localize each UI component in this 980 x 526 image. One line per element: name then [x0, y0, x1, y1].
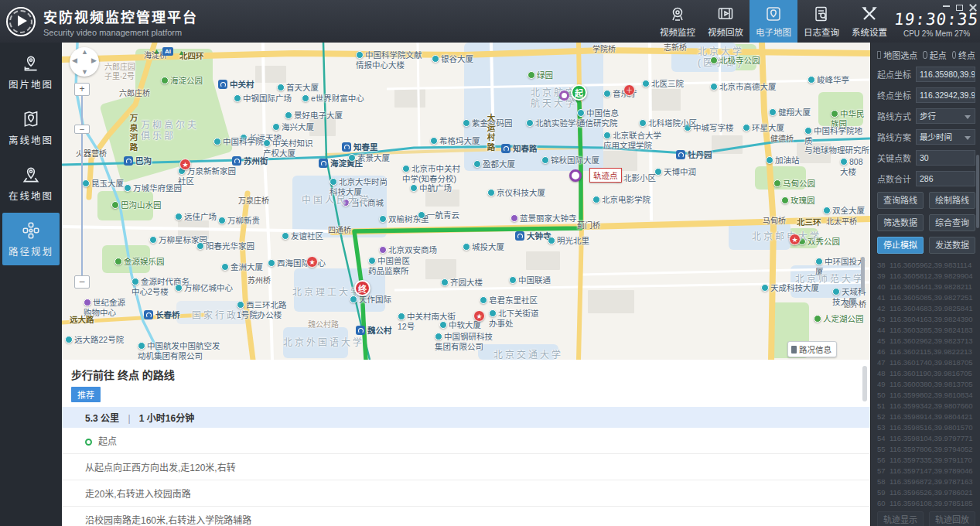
panel-scrollbar-thumb[interactable]	[861, 257, 865, 292]
map-label: 北京电影学院	[592, 195, 650, 205]
nav-item-视频回放[interactable]: 视频回放	[702, 0, 750, 43]
button-绘制路线[interactable]: 绘制路线	[929, 192, 975, 209]
zoom-out-button[interactable]: –	[74, 275, 90, 289]
offline-map-icon	[21, 109, 41, 129]
field-label: 路线方案	[877, 131, 916, 143]
coord-row[interactable]: 42116.3604683,39.9825841	[877, 303, 975, 314]
poi-icon	[368, 257, 376, 265]
coord-row[interactable]: 38116.3605962,39.9831114	[877, 260, 975, 271]
coord-row[interactable]: 47116.3601740,39.9818705	[877, 357, 975, 368]
traffic-light-icon	[791, 346, 797, 354]
map-label: 天博中润	[654, 167, 696, 177]
nav-item-label: 视频回放	[708, 26, 743, 38]
route-step-row[interactable]: 起点	[62, 428, 870, 453]
coordinate-list[interactable]: 38116.3605962,39.983111439116.3605812,39…	[877, 260, 975, 509]
field-input[interactable]: 286	[916, 171, 975, 186]
footer-button-轨迹回放[interactable]: 轨迹回放	[929, 511, 975, 526]
sidebar-item-图片地图[interactable]: 图片地图	[0, 46, 62, 98]
field-input[interactable]: 116.35980,39.98693	[916, 67, 975, 82]
route-panel-scrollbar[interactable]	[862, 366, 867, 401]
traffic-info-button[interactable]: 路况信息	[787, 341, 837, 357]
field-row-起点坐标: 起点坐标116.35980,39.98693	[877, 67, 975, 82]
zoom-in-button[interactable]: +	[74, 83, 90, 96]
route-step-row[interactable]: 从起点向正西方向出发,走120米,右转	[62, 453, 870, 480]
coord-index: 55	[877, 444, 890, 455]
route-step-row[interactable]: 走20米,右转进入校园南路	[62, 480, 870, 506]
map-pick-checkbox[interactable]	[877, 51, 881, 59]
coord-row[interactable]: 60116.3596108,39.9785185	[877, 498, 975, 509]
coord-row[interactable]: 49116.3600380,39.9813705	[877, 379, 975, 390]
poi-icon	[196, 242, 204, 250]
map-label: 中软大厦	[439, 320, 481, 330]
nav-item-系统设置[interactable]: 系统设置	[845, 0, 893, 43]
poi-icon	[430, 137, 438, 145]
coord-index: 50	[877, 390, 890, 401]
poi-icon	[761, 284, 769, 292]
poi-icon	[832, 288, 840, 295]
route-plan-icon	[21, 220, 41, 241]
coord-index: 58	[877, 476, 890, 487]
minimize-icon[interactable]	[943, 5, 950, 7]
route-step-row[interactable]: 沿校园南路走160米,右转进入学院路辅路	[62, 506, 870, 526]
coord-row[interactable]: 45116.3602962,39.9823713	[877, 336, 975, 347]
coord-row[interactable]: 50116.3599802,39.9810834	[877, 390, 975, 401]
list-scrollbar-thumb[interactable]	[976, 155, 979, 228]
map-label: 大运村路	[486, 114, 496, 152]
sidebar-item-路径规划[interactable]: 路径规划	[2, 213, 60, 265]
clock-box: 19:30:35 CPU 2% Mem 27%	[893, 2, 980, 41]
poi-icon	[815, 258, 823, 265]
subway-icon	[515, 231, 524, 241]
compass-control[interactable]: ▲ ▼ ◀ ▶	[70, 47, 99, 77]
coord-row[interactable]: 44116.3603285,39.9824183	[877, 325, 975, 336]
nav-item-电子地图[interactable]: 电子地图	[750, 0, 797, 43]
coord-row[interactable]: 53116.3598516,39.9801570	[877, 422, 975, 433]
coord-row[interactable]: 48116.3601190,39.9816705	[877, 368, 975, 379]
park-poi-icon	[161, 77, 169, 84]
footer-button-轨迹显示[interactable]: 轨迹显示	[877, 511, 924, 526]
coord-row[interactable]: 40116.3605441,39.9828211	[877, 282, 975, 292]
coord-row[interactable]: 46116.3602115,39.9822213	[877, 347, 975, 357]
sidebar-item-离线地图[interactable]: 离线地图	[0, 101, 62, 154]
coord-row[interactable]: 55116.3597806,39.9794052	[877, 444, 975, 455]
poi-icon	[526, 119, 534, 127]
coord-row[interactable]: 58116.3596872,39.9787163	[877, 476, 975, 487]
coord-row[interactable]: 51116.3599342,39.9807660	[877, 401, 975, 412]
field-select[interactable]: 步行	[916, 108, 975, 124]
coord-row[interactable]: 41116.3605085,39.9827251	[877, 292, 975, 303]
poi-icon	[840, 158, 848, 166]
button-停止模拟[interactable]: 停止模拟	[877, 237, 924, 254]
field-select[interactable]: 最少时间	[916, 129, 975, 145]
coord-row[interactable]: 59116.3596526,39.9786021	[877, 487, 975, 498]
poi-icon	[804, 127, 812, 135]
coord-row[interactable]: 43116.3604163,39.9824390	[877, 314, 975, 325]
start-radio[interactable]	[923, 51, 927, 59]
map-canvas[interactable]: 六郎庄园 子里-2号海淀公园海淀桥北四环万泉河路六郎庄桥万柳高尔夫 俱乐部火器营…	[62, 43, 870, 360]
route-fields: 起点坐标116.35980,39.98693终点坐标116.32942,39.9…	[877, 67, 975, 186]
zoom-handle[interactable]: –	[74, 125, 90, 134]
button-查询路线[interactable]: 查询路线	[877, 192, 924, 209]
field-input[interactable]: 116.32942,39.96586	[916, 87, 975, 103]
start-marker[interactable]: 起	[571, 84, 587, 101]
cpu-usage: CPU 2%	[903, 29, 933, 38]
button-发送数据[interactable]: 发送数据	[929, 237, 975, 254]
coord-row[interactable]: 56116.3597335,39.9791170	[877, 455, 975, 466]
field-input[interactable]: 30	[916, 150, 975, 166]
coord-row[interactable]: 52116.3598914,39.9804421	[877, 412, 975, 422]
zoom-track[interactable]	[81, 96, 83, 275]
sidebar-item-label: 离线地图	[9, 132, 53, 147]
coord-index: 49	[877, 379, 890, 390]
button-筛选数据[interactable]: 筛选数据	[877, 214, 924, 231]
end-marker[interactable]: 终	[354, 280, 370, 296]
coord-row[interactable]: 54116.3598104,39.9797771	[877, 433, 975, 444]
park-poi-icon	[114, 258, 122, 265]
nav-item-视频监控[interactable]: 视频监控	[654, 0, 702, 43]
button-综合查询[interactable]: 综合查询	[929, 214, 975, 231]
coord-row[interactable]: 57116.3597147,39.9789046	[877, 466, 975, 476]
track-point-marker[interactable]	[569, 169, 582, 182]
sidebar-item-在线地图[interactable]: 在线地图	[0, 157, 62, 210]
route-summary[interactable]: 5.3 公里 | 1 小时16分钟	[62, 407, 870, 428]
coord-row[interactable]: 39116.3605812,39.9829904	[877, 271, 975, 282]
end-radio[interactable]	[952, 51, 956, 59]
nav-item-日志查询[interactable]: 日志查询	[797, 0, 845, 43]
coord-index: 42	[877, 303, 890, 314]
